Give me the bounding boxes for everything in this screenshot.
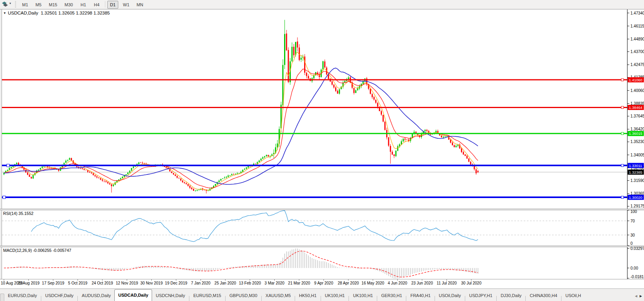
tab-EURUSD-M15[interactable]: EURUSD,M15 bbox=[190, 290, 225, 301]
rsi-value: 35.1552 bbox=[18, 211, 33, 216]
tab-AUDUSD-Daily[interactable]: AUDUSD,Daily bbox=[78, 290, 114, 301]
tab-separator bbox=[496, 296, 497, 301]
rsi-tick-label: 100 bbox=[631, 209, 637, 214]
timeframe-M1[interactable]: M1 bbox=[20, 1, 31, 9]
chart-window: 1.473401.461151.448901.437001.424751.412… bbox=[0, 9, 644, 288]
date-label: 17 Sep 2019 bbox=[42, 281, 64, 285]
price-tick-label: 1.34005 bbox=[631, 153, 644, 157]
tab-CHINA300-H4[interactable]: CHINA300,H4 bbox=[526, 290, 561, 301]
tab-separator bbox=[41, 296, 41, 301]
timeframe-H1[interactable]: H1 bbox=[78, 1, 89, 9]
tab-separator bbox=[377, 296, 377, 301]
date-label: 24 Oct 2019 bbox=[92, 281, 113, 285]
tab-EURUSD-Daily[interactable]: EURUSD,Daily bbox=[4, 290, 40, 301]
hline-price-label: 1.36015 bbox=[629, 131, 642, 136]
date-label: 9 Apr 2020 bbox=[314, 281, 334, 285]
tab-USOil-Daily[interactable]: USOil,Daily bbox=[435, 290, 464, 301]
hline-handle[interactable] bbox=[7, 164, 9, 167]
tab-FRA40-H1[interactable]: FRA40,H1 bbox=[407, 290, 434, 301]
macd-tick-label: 0.032972 bbox=[631, 246, 644, 251]
timeframe-H4[interactable]: H4 bbox=[91, 1, 102, 9]
mt4-terminal: ▾ M1M5M15M30H1H4D1W1MN 1.473401.461151.4… bbox=[0, 0, 644, 301]
tab-USDJPY-H1[interactable]: USDJPY,H1 bbox=[466, 290, 496, 301]
price-tick-label: 1.37645 bbox=[631, 114, 644, 118]
date-label: 21 Mar 2020 bbox=[288, 281, 310, 285]
price-tick-label: 1.47340 bbox=[631, 11, 644, 15]
date-label: 4 Jun 2020 bbox=[388, 281, 407, 285]
tab-HK50-H1[interactable]: HK50,H1 bbox=[295, 290, 320, 301]
tab-separator bbox=[525, 296, 526, 301]
chart-type-icon[interactable] bbox=[2, 1, 8, 7]
date-label: 13 Feb 2020 bbox=[239, 281, 261, 285]
timeframe-W1[interactable]: W1 bbox=[121, 1, 132, 9]
tab-separator bbox=[225, 296, 226, 301]
price-tick-label: 1.43700 bbox=[631, 50, 644, 54]
hline-handle[interactable] bbox=[621, 164, 624, 167]
date-label: 11 Jul 2020 bbox=[437, 281, 457, 285]
symbol-dropdown-icon[interactable]: ▼ bbox=[3, 11, 6, 15]
date-label: 3 Mar 2020 bbox=[264, 281, 284, 285]
price-tick-label: 1.36420 bbox=[631, 127, 644, 131]
date-label: 29 Aug 2019 bbox=[18, 281, 40, 285]
date-label: 28 Apr 2020 bbox=[338, 281, 359, 285]
tab-GER30-H1[interactable]: GER30,H1 bbox=[378, 290, 405, 301]
tab-separator bbox=[561, 296, 561, 301]
tab-separator bbox=[406, 296, 406, 301]
date-label: 7 Jan 2020 bbox=[191, 281, 211, 285]
price-tick-label: 1.46115 bbox=[631, 24, 644, 28]
tab-XAUUSD-M5[interactable]: XAUUSD,M5 bbox=[262, 290, 294, 301]
timeframe-D1[interactable]: D1 bbox=[107, 1, 118, 9]
tab-separator bbox=[349, 296, 349, 301]
hline-handle[interactable] bbox=[3, 196, 6, 199]
tab-separator bbox=[189, 296, 189, 301]
rsi-name: RSI(14) bbox=[3, 211, 17, 216]
date-label: 16 May 2020 bbox=[361, 281, 384, 285]
timeframe-M15[interactable]: M15 bbox=[46, 1, 60, 9]
tab-USDCHF-Daily[interactable]: USDCHF,Daily bbox=[42, 290, 77, 301]
tabs-scroll-right-icon[interactable]: ▶ bbox=[640, 294, 642, 298]
tab-USOil-H[interactable]: USOil,H bbox=[562, 290, 585, 301]
tab-UK100-H1[interactable]: UK100,H1 bbox=[321, 290, 349, 301]
tab-separator bbox=[77, 296, 78, 301]
timeframe-M5[interactable]: M5 bbox=[33, 1, 44, 9]
rsi-indicator-label: RSI(14) 35.1552 bbox=[3, 211, 33, 216]
price-tick-label: 1.29175 bbox=[631, 204, 644, 208]
chart-symbol-label: USDCAD,Daily bbox=[8, 11, 38, 15]
tab-separator bbox=[435, 296, 435, 301]
hline-handle[interactable] bbox=[621, 106, 624, 108]
price-tick-label: 1.40060 bbox=[631, 88, 644, 93]
date-label: 5 Oct 2019 bbox=[68, 281, 87, 285]
timeframe-M30[interactable]: M30 bbox=[62, 1, 75, 9]
tab-UK100-H1[interactable]: UK100,H1 bbox=[349, 290, 376, 301]
timeframe-MN[interactable]: MN bbox=[134, 1, 146, 9]
tab-GBPUSD-M30[interactable]: GBPUSD,M30 bbox=[226, 290, 261, 301]
macd-tick-label: -0.01815 bbox=[631, 275, 644, 279]
tab-DJ30-Daily[interactable]: DJ30,Daily bbox=[497, 290, 525, 301]
hline-handle[interactable] bbox=[621, 196, 624, 198]
tab-separator bbox=[321, 296, 321, 301]
window-left-border bbox=[0, 9, 2, 279]
price-tick-label: 1.31590 bbox=[631, 178, 644, 183]
tab-USDCNH-Daily[interactable]: USDCNH,Daily bbox=[152, 290, 189, 301]
hline-price-label: 1.33011 bbox=[629, 163, 642, 168]
price-tick-label: 1.35230 bbox=[631, 139, 644, 144]
chart-canvas[interactable]: 1.473401.461151.448901.437001.424751.412… bbox=[0, 9, 644, 288]
macd-tick-label: 0.00 bbox=[631, 266, 638, 270]
tab-stub[interactable] bbox=[0, 294, 4, 301]
rsi-tick-label: 0 bbox=[631, 241, 633, 246]
macd-name: MACD(12,26,9) bbox=[3, 248, 32, 253]
hline-handle[interactable] bbox=[621, 79, 624, 81]
hline-price-label: 1.30020 bbox=[629, 195, 642, 200]
toolbar-grip[interactable] bbox=[15, 1, 16, 8]
chart-type-dropdown-icon[interactable]: ▾ bbox=[9, 2, 11, 5]
date-label: 30 Jul 2020 bbox=[461, 281, 482, 285]
hline-price-label: 1.41060 bbox=[629, 78, 642, 82]
chart-tabs-bar: EURUSD,DailyUSDCHF,DailyAUDUSD,DailyUSDC… bbox=[0, 288, 644, 301]
tab-USDCAD-Daily[interactable]: USDCAD,Daily bbox=[114, 289, 152, 301]
tab-separator bbox=[295, 296, 295, 301]
date-label: 12 Nov 2019 bbox=[116, 281, 138, 285]
tab-separator bbox=[465, 296, 465, 301]
rsi-tick-label: 70 bbox=[631, 219, 635, 223]
tabs-scroll-left-icon[interactable]: ◀ bbox=[635, 294, 637, 298]
hline-handle[interactable] bbox=[621, 132, 624, 135]
